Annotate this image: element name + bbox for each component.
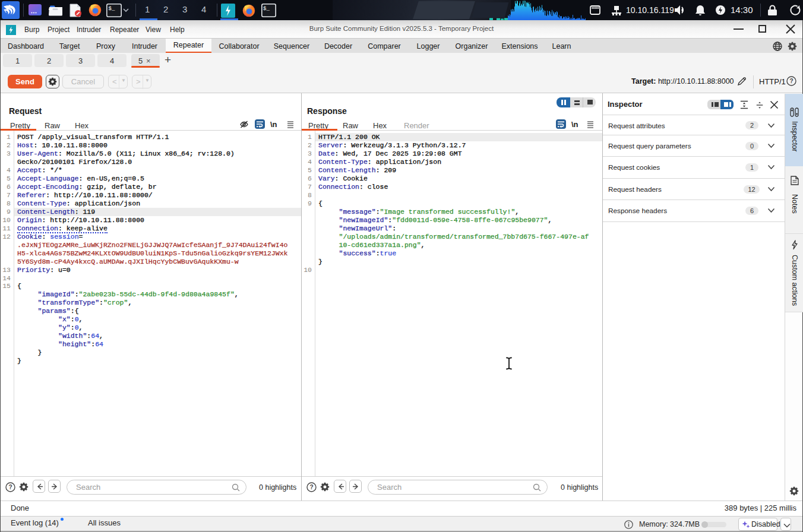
svg-text:?: ? <box>8 484 12 490</box>
svg-text:?: ? <box>789 78 793 84</box>
svg-text:?: ? <box>309 484 313 490</box>
